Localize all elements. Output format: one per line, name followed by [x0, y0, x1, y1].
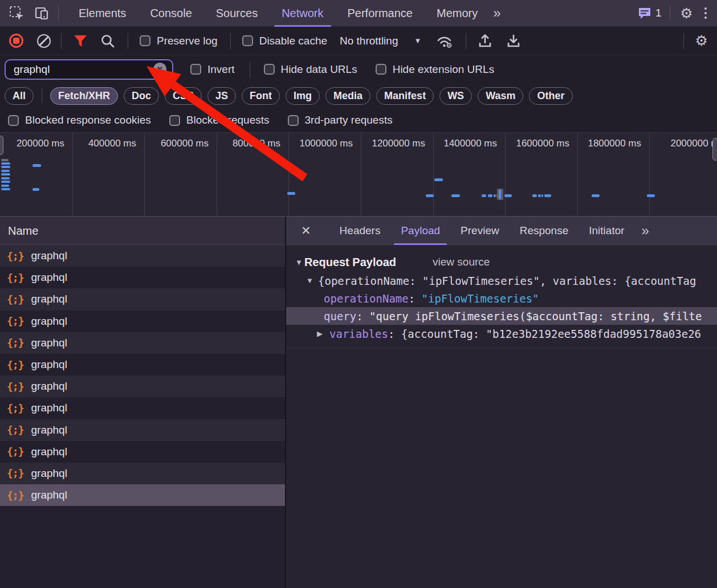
chip-font[interactable]: Font: [242, 87, 280, 105]
request-row[interactable]: {;}graphql: [0, 441, 285, 463]
request-row[interactable]: {;}graphql: [0, 245, 285, 267]
view-source-link[interactable]: view source: [433, 256, 490, 268]
tab-performance[interactable]: Performance: [336, 0, 425, 27]
device-toolbar-icon[interactable]: [33, 5, 50, 22]
request-row[interactable]: {;}graphql: [0, 311, 285, 332]
timeline-request-bar: [544, 194, 551, 197]
network-conditions-icon[interactable]: [436, 33, 453, 48]
search-icon[interactable]: [100, 34, 115, 48]
network-settings-gear-icon[interactable]: ⚙: [695, 34, 708, 48]
payload-preview-row[interactable]: ▼ {operationName: "ipFlowTimeseries", va…: [286, 272, 717, 289]
filter-text-input[interactable]: graphql ✕: [5, 59, 173, 80]
payload-tree-row-variables[interactable]: ▶variables: {accountTag: "b12e3b2192ee55…: [286, 325, 717, 342]
timeline-left-handle[interactable]: [0, 136, 3, 155]
export-har-icon[interactable]: [506, 33, 521, 48]
detail-more-tabs-icon[interactable]: »: [642, 223, 648, 239]
hide-data-urls-checkbox[interactable]: Hide data URLs: [264, 63, 357, 76]
detail-tab-initiator[interactable]: Initiator: [579, 217, 634, 245]
json-resource-icon: {;}: [7, 337, 24, 349]
disable-cache-checkbox[interactable]: Disable cache: [242, 35, 327, 47]
hide-data-urls-label: Hide data URLs: [281, 63, 357, 76]
checkbox[interactable]: [288, 115, 299, 126]
chip-all[interactable]: All: [5, 87, 34, 105]
request-name: graphql: [31, 315, 67, 328]
checkbox-label: Blocked requests: [186, 114, 270, 126]
request-row[interactable]: {;}graphql: [0, 463, 285, 484]
json-resource-icon: {;}: [7, 293, 24, 305]
import-har-icon[interactable]: [478, 33, 492, 48]
chip-fetchxhr[interactable]: Fetch/XHR: [50, 87, 118, 105]
issues-badge[interactable]: 1: [638, 7, 662, 19]
invert-checkbox[interactable]: Invert: [190, 63, 235, 76]
checkbox[interactable]: [140, 35, 150, 46]
blocked-response-cookies-checkbox[interactable]: Blocked response cookies: [8, 114, 151, 126]
timeline-tick-label: 1600000 ms: [516, 138, 569, 149]
request-row[interactable]: {;}graphql: [0, 375, 285, 397]
request-row[interactable]: {;}graphql: [0, 267, 285, 288]
network-overview-timeline[interactable]: 200000 ms400000 ms600000 ms800000 ms1000…: [0, 132, 717, 217]
tab-elements[interactable]: Elements: [67, 0, 138, 27]
chip-js[interactable]: JS: [207, 87, 236, 105]
detail-tab-headers[interactable]: Headers: [329, 217, 391, 245]
hide-extension-urls-checkbox[interactable]: Hide extension URLs: [376, 63, 494, 76]
checkbox[interactable]: [169, 115, 180, 126]
detail-tab-response[interactable]: Response: [510, 217, 579, 245]
timeline-right-handle[interactable]: [712, 138, 717, 161]
preserve-log-checkbox[interactable]: Preserve log: [140, 35, 218, 47]
request-row[interactable]: {;}graphql: [0, 332, 285, 354]
kebab-menu-icon[interactable]: [701, 5, 711, 22]
hide-extension-urls-label: Hide extension URLs: [393, 63, 494, 76]
timeline-request-bar: [541, 194, 543, 197]
timeline-request-bar: [1, 185, 9, 187]
filter-funnel-icon[interactable]: [73, 34, 88, 48]
request-row[interactable]: {;}graphql: [0, 354, 285, 375]
payload-tree-row-operationName[interactable]: operationName: "ipFlowTimeseries": [286, 289, 717, 307]
detail-tab-payload[interactable]: Payload: [390, 217, 450, 245]
request-name: graphql: [31, 489, 67, 501]
payload-tree-row-query[interactable]: query: "query ipFlowTimeseries($accountT…: [286, 307, 717, 325]
chip-img[interactable]: Img: [286, 87, 320, 105]
request-row[interactable]: {;}graphql: [0, 288, 285, 310]
timeline-tick-label: 400000 ms: [88, 138, 136, 149]
blocked-requests-checkbox[interactable]: Blocked requests: [169, 114, 270, 126]
tab-memory[interactable]: Memory: [425, 0, 490, 27]
inspect-element-icon[interactable]: [8, 5, 25, 22]
chip-css[interactable]: CSS: [165, 87, 202, 105]
chip-other[interactable]: Other: [529, 87, 572, 105]
tab-sources[interactable]: Sources: [204, 0, 270, 27]
clear-network-log-icon[interactable]: [37, 34, 51, 48]
chip-doc[interactable]: Doc: [124, 87, 159, 105]
record-network-log-button[interactable]: [9, 34, 23, 48]
section-caret-down-icon[interactable]: ▼: [295, 258, 303, 267]
-rd-party-requests-checkbox[interactable]: 3rd-party requests: [288, 114, 393, 126]
settings-gear-icon[interactable]: ⚙: [678, 5, 695, 22]
issues-count: 1: [655, 7, 662, 19]
chip-manifest[interactable]: Manifest: [376, 87, 434, 105]
detail-tab-preview[interactable]: Preview: [450, 217, 510, 245]
payload-tree: operationName: "ipFlowTimeseries"query: …: [286, 289, 717, 342]
chip-media[interactable]: Media: [325, 87, 370, 105]
timeline-tick-label: 1800000 ms: [588, 138, 641, 149]
checkbox[interactable]: [264, 64, 275, 75]
tab-console[interactable]: Console: [138, 0, 203, 27]
row-caret-down-icon[interactable]: ▼: [306, 276, 313, 285]
tab-network[interactable]: Network: [270, 0, 335, 27]
chip-wasm[interactable]: Wasm: [478, 87, 523, 105]
clear-filter-icon[interactable]: ✕: [153, 63, 166, 76]
chip-ws[interactable]: WS: [439, 87, 472, 105]
name-column-header[interactable]: Name: [0, 217, 285, 245]
checkbox[interactable]: [376, 64, 386, 75]
more-tabs-icon[interactable]: »: [493, 5, 499, 21]
checkbox[interactable]: [242, 35, 253, 46]
request-row[interactable]: {;}graphql: [0, 419, 285, 441]
timeline-request-bar: [1, 159, 9, 161]
throttling-dropdown[interactable]: No throttling ▼: [340, 35, 421, 47]
checkbox[interactable]: [190, 64, 201, 75]
json-resource-icon: {;}: [7, 467, 24, 479]
row-caret-right-icon[interactable]: ▶: [317, 329, 323, 338]
request-row[interactable]: {;}graphql: [0, 397, 285, 419]
close-detail-icon[interactable]: ✕: [296, 223, 316, 239]
checkbox[interactable]: [8, 115, 19, 126]
request-row[interactable]: {;}graphql: [0, 484, 285, 506]
timeline-tick-label: 800000 ms: [233, 138, 280, 149]
